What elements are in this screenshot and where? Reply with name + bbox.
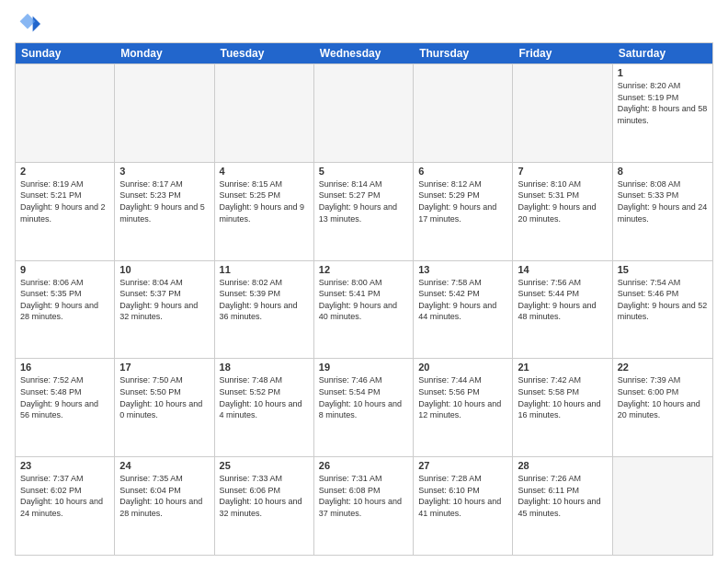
cell-date: 10 [119, 264, 209, 275]
cell-info: Sunrise: 7:58 AM Sunset: 5:42 PM Dayligh… [418, 277, 507, 323]
calendar-cell: 27Sunrise: 7:28 AM Sunset: 6:10 PM Dayli… [414, 457, 513, 555]
calendar-row: 16Sunrise: 7:52 AM Sunset: 5:48 PM Dayli… [16, 358, 712, 456]
cell-date: 9 [20, 264, 109, 275]
cell-date: 14 [518, 264, 607, 275]
cell-info: Sunrise: 7:44 AM Sunset: 5:56 PM Dayligh… [418, 374, 507, 420]
calendar-cell: 20Sunrise: 7:44 AM Sunset: 5:56 PM Dayli… [414, 359, 513, 456]
calendar-cell: 1Sunrise: 8:20 AM Sunset: 5:19 PM Daylig… [613, 64, 712, 162]
calendar-cell: 5Sunrise: 8:14 AM Sunset: 5:27 PM Daylig… [314, 163, 414, 260]
cell-info: Sunrise: 8:10 AM Sunset: 5:31 PM Dayligh… [518, 178, 607, 224]
calendar-cell: 25Sunrise: 7:33 AM Sunset: 6:06 PM Dayli… [215, 457, 314, 555]
calendar-cell: 24Sunrise: 7:35 AM Sunset: 6:04 PM Dayli… [115, 457, 214, 555]
calendar-row: 1Sunrise: 8:20 AM Sunset: 5:19 PM Daylig… [16, 63, 712, 162]
cell-date: 23 [20, 460, 109, 471]
cell-info: Sunrise: 8:08 AM Sunset: 5:33 PM Dayligh… [618, 178, 708, 224]
calendar-cell [314, 64, 414, 162]
day-headers: SundayMondayTuesdayWednesdayThursdayFrid… [16, 43, 712, 63]
cell-info: Sunrise: 7:52 AM Sunset: 5:48 PM Dayligh… [20, 374, 109, 420]
calendar-cell: 23Sunrise: 7:37 AM Sunset: 6:02 PM Dayli… [16, 457, 115, 555]
cell-date: 2 [20, 166, 109, 177]
day-header-monday: Monday [115, 43, 214, 63]
cell-date: 24 [119, 460, 209, 471]
cell-info: Sunrise: 7:35 AM Sunset: 6:04 PM Dayligh… [119, 473, 209, 519]
calendar-cell: 26Sunrise: 7:31 AM Sunset: 6:08 PM Dayli… [314, 457, 414, 555]
calendar-cell: 18Sunrise: 7:48 AM Sunset: 5:52 PM Dayli… [215, 359, 314, 456]
cell-date: 28 [518, 460, 607, 471]
cell-info: Sunrise: 7:48 AM Sunset: 5:52 PM Dayligh… [220, 374, 309, 420]
cell-date: 5 [319, 166, 408, 177]
cell-info: Sunrise: 8:04 AM Sunset: 5:37 PM Dayligh… [119, 277, 209, 323]
calendar-cell: 3Sunrise: 8:17 AM Sunset: 5:23 PM Daylig… [115, 163, 214, 260]
cell-date: 15 [618, 264, 708, 275]
cell-info: Sunrise: 7:42 AM Sunset: 5:58 PM Dayligh… [518, 374, 607, 420]
day-header-friday: Friday [513, 43, 612, 63]
logo-icon [15, 11, 40, 37]
cell-date: 16 [20, 362, 109, 373]
cell-info: Sunrise: 7:54 AM Sunset: 5:46 PM Dayligh… [618, 277, 708, 323]
cell-date: 22 [618, 362, 708, 373]
day-header-thursday: Thursday [414, 43, 513, 63]
cell-date: 7 [518, 166, 607, 177]
calendar-cell: 13Sunrise: 7:58 AM Sunset: 5:42 PM Dayli… [414, 261, 513, 359]
calendar-row: 2Sunrise: 8:19 AM Sunset: 5:21 PM Daylig… [16, 162, 712, 260]
calendar-page: SundayMondayTuesdayWednesdayThursdayFrid… [0, 0, 728, 563]
calendar-cell [414, 64, 513, 162]
cell-info: Sunrise: 7:31 AM Sunset: 6:08 PM Dayligh… [319, 473, 408, 519]
cell-info: Sunrise: 8:20 AM Sunset: 5:19 PM Dayligh… [618, 80, 708, 126]
cell-date: 18 [220, 362, 309, 373]
calendar-cell: 2Sunrise: 8:19 AM Sunset: 5:21 PM Daylig… [16, 163, 115, 260]
cell-info: Sunrise: 7:37 AM Sunset: 6:02 PM Dayligh… [20, 473, 109, 519]
cell-date: 20 [418, 362, 507, 373]
day-header-saturday: Saturday [613, 43, 712, 63]
calendar-cell: 16Sunrise: 7:52 AM Sunset: 5:48 PM Dayli… [16, 359, 115, 456]
day-header-tuesday: Tuesday [215, 43, 314, 63]
calendar-cell: 8Sunrise: 8:08 AM Sunset: 5:33 PM Daylig… [613, 163, 712, 260]
header [15, 11, 713, 37]
cell-date: 1 [618, 67, 708, 78]
cell-date: 27 [418, 460, 507, 471]
cell-info: Sunrise: 8:02 AM Sunset: 5:39 PM Dayligh… [220, 277, 309, 323]
cell-date: 25 [220, 460, 309, 471]
calendar-cell [16, 64, 115, 162]
calendar-cell: 19Sunrise: 7:46 AM Sunset: 5:54 PM Dayli… [314, 359, 414, 456]
cell-info: Sunrise: 8:19 AM Sunset: 5:21 PM Dayligh… [20, 178, 109, 224]
cell-date: 13 [418, 264, 507, 275]
cell-date: 26 [319, 460, 408, 471]
cell-info: Sunrise: 8:15 AM Sunset: 5:25 PM Dayligh… [220, 178, 309, 224]
calendar-cell: 22Sunrise: 7:39 AM Sunset: 6:00 PM Dayli… [613, 359, 712, 456]
cell-info: Sunrise: 7:50 AM Sunset: 5:50 PM Dayligh… [119, 374, 209, 420]
calendar-cell: 9Sunrise: 8:06 AM Sunset: 5:35 PM Daylig… [16, 261, 115, 359]
calendar-cell [115, 64, 214, 162]
cell-info: Sunrise: 8:06 AM Sunset: 5:35 PM Dayligh… [20, 277, 109, 323]
cell-date: 4 [220, 166, 309, 177]
cell-info: Sunrise: 8:00 AM Sunset: 5:41 PM Dayligh… [319, 277, 408, 323]
cell-info: Sunrise: 7:56 AM Sunset: 5:44 PM Dayligh… [518, 277, 607, 323]
cell-info: Sunrise: 8:12 AM Sunset: 5:29 PM Dayligh… [418, 178, 507, 224]
day-header-sunday: Sunday [16, 43, 115, 63]
cell-date: 12 [319, 264, 408, 275]
calendar-cell: 11Sunrise: 8:02 AM Sunset: 5:39 PM Dayli… [215, 261, 314, 359]
logo-area [15, 11, 42, 37]
calendar: SundayMondayTuesdayWednesdayThursdayFrid… [15, 42, 713, 556]
day-header-wednesday: Wednesday [314, 43, 414, 63]
cell-date: 3 [119, 166, 209, 177]
cell-date: 6 [418, 166, 507, 177]
cell-date: 17 [119, 362, 209, 373]
cell-date: 19 [319, 362, 408, 373]
cell-date: 11 [220, 264, 309, 275]
calendar-cell: 7Sunrise: 8:10 AM Sunset: 5:31 PM Daylig… [513, 163, 612, 260]
calendar-cell: 6Sunrise: 8:12 AM Sunset: 5:29 PM Daylig… [414, 163, 513, 260]
calendar-row: 9Sunrise: 8:06 AM Sunset: 5:35 PM Daylig… [16, 260, 712, 359]
calendar-cell: 21Sunrise: 7:42 AM Sunset: 5:58 PM Dayli… [513, 359, 612, 456]
cell-info: Sunrise: 7:39 AM Sunset: 6:00 PM Dayligh… [618, 374, 708, 420]
calendar-cell: 10Sunrise: 8:04 AM Sunset: 5:37 PM Dayli… [115, 261, 214, 359]
calendar-cell [513, 64, 612, 162]
calendar-cell: 28Sunrise: 7:26 AM Sunset: 6:11 PM Dayli… [513, 457, 612, 555]
calendar-cell: 14Sunrise: 7:56 AM Sunset: 5:44 PM Dayli… [513, 261, 612, 359]
calendar-body: 1Sunrise: 8:20 AM Sunset: 5:19 PM Daylig… [16, 63, 712, 555]
calendar-row: 23Sunrise: 7:37 AM Sunset: 6:02 PM Dayli… [16, 456, 712, 555]
calendar-cell: 12Sunrise: 8:00 AM Sunset: 5:41 PM Dayli… [314, 261, 414, 359]
cell-info: Sunrise: 8:17 AM Sunset: 5:23 PM Dayligh… [119, 178, 209, 224]
calendar-cell [215, 64, 314, 162]
cell-info: Sunrise: 7:46 AM Sunset: 5:54 PM Dayligh… [319, 374, 408, 420]
